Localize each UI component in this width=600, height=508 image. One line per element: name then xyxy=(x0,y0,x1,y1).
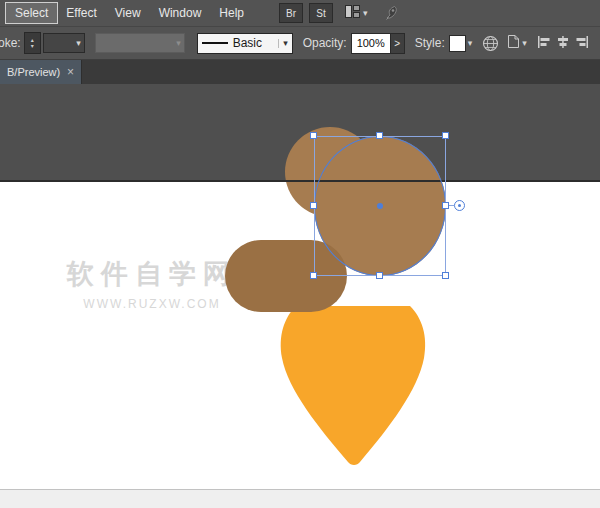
selection-handle-bottom-center[interactable] xyxy=(376,272,383,279)
align-right-icon[interactable] xyxy=(575,35,589,52)
graphic-style-dropdown[interactable]: ▾ xyxy=(449,35,473,52)
selection-handle-top-right[interactable] xyxy=(442,132,449,139)
stroke-weight-stepper[interactable]: ▴ ▾ xyxy=(24,32,41,54)
document-web-icon[interactable] xyxy=(482,35,499,52)
tab-bar: B/Preview) × xyxy=(0,60,600,85)
chevron-down-icon: ▾ xyxy=(468,39,473,48)
stroke-label: oke: xyxy=(0,36,21,50)
menu-item-select[interactable]: Select xyxy=(6,3,57,23)
artboard-edge xyxy=(0,180,600,182)
horizontal-scrollbar[interactable] xyxy=(0,489,600,508)
opacity-value: 100% xyxy=(357,37,385,49)
stepper-down-icon[interactable]: ▾ xyxy=(31,43,34,49)
style-label: Style: xyxy=(415,36,445,50)
document-tab[interactable]: B/Preview) × xyxy=(0,60,82,84)
align-left-icon[interactable] xyxy=(537,35,551,52)
chevron-down-icon: ▾ xyxy=(522,39,527,48)
selection-handle-top-center[interactable] xyxy=(376,132,383,139)
canvas-area[interactable]: 软件自学网 www.ruzxw.com xyxy=(0,84,600,508)
transform-widget[interactable] xyxy=(454,200,465,211)
menu-item-view[interactable]: View xyxy=(106,3,150,23)
menu-item-effect[interactable]: Effect xyxy=(57,3,105,23)
acorn-body-shape[interactable] xyxy=(276,304,430,472)
share-icon[interactable] xyxy=(384,5,400,21)
workspace-switcher[interactable]: ▾ xyxy=(345,5,368,21)
align-center-icon[interactable] xyxy=(556,35,570,52)
options-bar: oke: ▴ ▾ ▾ ▾ Basic ▾ Opacity: 100% > Sty… xyxy=(0,27,600,60)
menu-item-help[interactable]: Help xyxy=(210,3,253,23)
brush-definition-dropdown[interactable]: Basic ▾ xyxy=(197,33,293,54)
variable-width-dropdown: ▾ xyxy=(95,33,185,53)
menu-item-window[interactable]: Window xyxy=(150,3,211,23)
document-setup-dropdown[interactable]: ▾ xyxy=(507,34,527,52)
selection-handle-bottom-left[interactable] xyxy=(310,272,317,279)
opacity-options-button[interactable]: > xyxy=(391,33,405,54)
chevron-down-icon: ▾ xyxy=(278,39,288,48)
watermark: 软件自学网 www.ruzxw.com xyxy=(62,256,242,311)
basic-brush-stroke-icon xyxy=(202,42,228,44)
selection-handle-top-left[interactable] xyxy=(310,132,317,139)
brush-panel-button[interactable]: Br xyxy=(279,3,303,23)
document-tab-title: B/Preview) xyxy=(7,66,60,78)
selection-handle-bottom-right[interactable] xyxy=(442,272,449,279)
chevron-down-icon: ▾ xyxy=(76,39,81,48)
watermark-url: www.ruzxw.com xyxy=(62,297,242,311)
chevron-down-icon: ▾ xyxy=(363,9,368,18)
document-icon xyxy=(507,34,520,52)
watermark-title: 软件自学网 xyxy=(62,256,242,292)
menu-bar: Select Effect View Window Help Br St ▾ xyxy=(0,0,600,27)
style-swatch xyxy=(449,35,466,52)
align-buttons xyxy=(537,35,589,52)
brush-definition-value: Basic xyxy=(233,36,262,50)
close-icon[interactable]: × xyxy=(67,65,74,79)
selection-center-point[interactable] xyxy=(377,203,383,209)
opacity-input[interactable]: 100% xyxy=(351,33,391,54)
chevron-down-icon: ▾ xyxy=(176,39,181,48)
selection-handle-mid-right[interactable] xyxy=(442,202,449,209)
style-panel-button[interactable]: St xyxy=(309,3,333,23)
stroke-weight-dropdown[interactable]: ▾ xyxy=(43,33,85,53)
illustrator-window: Select Effect View Window Help Br St ▾ xyxy=(0,0,600,508)
selection-handle-mid-left[interactable] xyxy=(310,202,317,209)
opacity-label: Opacity: xyxy=(303,36,347,50)
workspace-layout-icon xyxy=(345,5,360,21)
